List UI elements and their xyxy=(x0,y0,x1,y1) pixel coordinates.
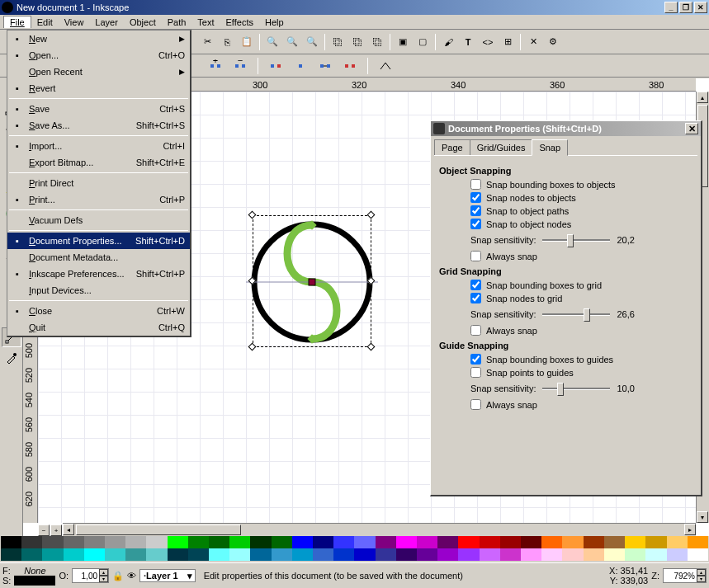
menu-item-document-metadata-[interactable]: Document Metadata... xyxy=(7,249,190,266)
zoom-input[interactable]: ▴▾ xyxy=(663,568,707,583)
color-swatch[interactable] xyxy=(417,548,437,561)
tab-grid-guides[interactable]: Grid/Guides xyxy=(470,139,533,155)
checkbox-snap-to-object-paths[interactable]: Snap to object paths xyxy=(470,205,692,216)
node-cusp-icon[interactable] xyxy=(376,57,395,75)
color-swatch[interactable] xyxy=(42,536,63,548)
color-swatch[interactable] xyxy=(64,548,84,561)
menu-layer[interactable]: Layer xyxy=(89,16,124,28)
color-swatch[interactable] xyxy=(645,536,666,548)
color-swatch[interactable] xyxy=(292,548,313,561)
visibility-icon[interactable]: 👁 xyxy=(127,571,136,581)
checkbox-always-snap[interactable]: Always snap xyxy=(470,399,692,410)
tab-snap[interactable]: Snap xyxy=(532,139,568,156)
color-swatch[interactable] xyxy=(625,536,645,548)
snap-sensitivity-slider[interactable] xyxy=(542,233,610,247)
dropper-tool[interactable] xyxy=(2,348,21,368)
maximize-button[interactable]: ❐ xyxy=(679,2,692,13)
menu-help[interactable]: Help xyxy=(259,16,290,28)
checkbox-always-snap[interactable]: Always snap xyxy=(470,325,692,336)
color-swatch[interactable] xyxy=(354,548,375,561)
color-swatch[interactable] xyxy=(396,536,417,548)
color-swatch[interactable] xyxy=(146,536,167,548)
color-swatch[interactable] xyxy=(354,536,375,548)
scrollbar-horizontal[interactable]: ◂ ▸ xyxy=(63,523,696,536)
opacity-input[interactable]: ▴▾ xyxy=(72,568,109,583)
ungroup-icon[interactable]: ▢ xyxy=(414,33,432,51)
close-button[interactable]: ✕ xyxy=(694,2,707,13)
menu-object[interactable]: Object xyxy=(124,16,162,28)
menu-item-quit[interactable]: QuitCtrl+Q xyxy=(7,319,190,336)
color-palette[interactable] xyxy=(1,536,708,562)
color-swatch[interactable] xyxy=(376,548,396,561)
zoom-in-icon[interactable]: 🔍 xyxy=(263,33,281,51)
color-swatch[interactable] xyxy=(541,548,562,561)
color-swatch[interactable] xyxy=(125,548,146,561)
node-break-icon[interactable] xyxy=(267,57,285,75)
color-swatch[interactable] xyxy=(209,536,229,548)
zoom-in-button[interactable]: + xyxy=(50,524,62,536)
menu-item-print-direct[interactable]: Print Direct xyxy=(7,175,190,191)
color-swatch[interactable] xyxy=(272,548,292,561)
node-add-icon[interactable]: + xyxy=(206,57,225,75)
menu-item-vacuum-defs[interactable]: Vacuum Defs xyxy=(7,212,190,228)
checkbox-snap-to-object-nodes[interactable]: Snap to object nodes xyxy=(470,219,692,229)
color-swatch[interactable] xyxy=(562,536,583,548)
color-swatch[interactable] xyxy=(1,536,21,548)
color-swatch[interactable] xyxy=(84,548,105,561)
color-swatch[interactable] xyxy=(333,536,354,548)
color-swatch[interactable] xyxy=(313,548,333,561)
menu-item-new[interactable]: ▪New▶ xyxy=(7,31,190,47)
menu-item-document-properties-[interactable]: ▪Document Properties...Shift+Ctrl+D xyxy=(7,233,190,249)
zoom-page-icon[interactable]: 🔍 xyxy=(283,33,301,51)
stroke-swatch[interactable] xyxy=(14,576,55,586)
color-swatch[interactable] xyxy=(688,548,708,561)
unlink-icon[interactable]: ⿻ xyxy=(368,33,386,51)
preferences-icon[interactable]: ✕ xyxy=(524,33,542,51)
color-swatch[interactable] xyxy=(688,536,708,548)
color-swatch[interactable] xyxy=(229,548,250,561)
zoom-out-button[interactable]: − xyxy=(38,524,50,536)
menu-view[interactable]: View xyxy=(59,16,90,28)
color-swatch[interactable] xyxy=(584,536,604,548)
color-swatch[interactable] xyxy=(604,536,625,548)
dialog-titlebar[interactable]: Document Properties (Shift+Ctrl+D) ✕ xyxy=(431,121,701,136)
menu-edit[interactable]: Edit xyxy=(31,16,59,28)
node-join-seg-icon[interactable] xyxy=(316,57,334,75)
doc-properties-icon[interactable]: ⚙ xyxy=(544,33,562,51)
menu-item-input-devices-[interactable]: Input Devices... xyxy=(7,282,190,299)
menu-item-print-[interactable]: ▪Print...Ctrl+P xyxy=(7,191,190,208)
fill-value[interactable]: None xyxy=(14,566,55,576)
menu-text[interactable]: Text xyxy=(191,16,220,28)
color-swatch[interactable] xyxy=(168,536,188,548)
color-swatch[interactable] xyxy=(437,548,458,561)
color-swatch[interactable] xyxy=(21,536,42,548)
color-swatch[interactable] xyxy=(42,548,63,561)
snap-sensitivity-slider[interactable] xyxy=(542,381,610,396)
node-delete-icon[interactable]: − xyxy=(231,57,249,75)
color-swatch[interactable] xyxy=(250,536,271,548)
color-swatch[interactable] xyxy=(584,548,604,561)
text-dialog-icon[interactable]: T xyxy=(459,33,477,51)
node-delete-seg-icon[interactable] xyxy=(341,57,359,75)
menu-file[interactable]: File xyxy=(3,16,31,28)
color-swatch[interactable] xyxy=(480,536,500,548)
color-swatch[interactable] xyxy=(500,536,521,548)
zoom-fit-icon[interactable]: 🔍 xyxy=(303,33,321,51)
color-swatch[interactable] xyxy=(604,548,625,561)
menu-item-export-bitmap-[interactable]: Export Bitmap...Shift+Ctrl+E xyxy=(7,154,190,171)
color-swatch[interactable] xyxy=(64,536,84,548)
checkbox-always-snap[interactable]: Always snap xyxy=(470,251,692,261)
color-swatch[interactable] xyxy=(188,536,209,548)
checkbox-snap-bounding-boxes-to-objects[interactable]: Snap bounding boxes to objects xyxy=(470,179,692,190)
color-swatch[interactable] xyxy=(229,536,250,548)
menu-item-inkscape-preferences-[interactable]: ▪Inkscape Preferences...Shift+Ctrl+P xyxy=(7,266,190,282)
checkbox-snap-bounding-boxes-to-guides[interactable]: Snap bounding boxes to guides xyxy=(470,354,692,365)
layer-selector[interactable]: ·Layer 1▾ xyxy=(139,569,196,582)
tab-page[interactable]: Page xyxy=(434,139,470,155)
color-swatch[interactable] xyxy=(417,536,437,548)
checkbox-snap-points-to-guides[interactable]: Snap points to guides xyxy=(470,367,692,378)
copy-icon[interactable]: ⎘ xyxy=(218,33,236,51)
color-swatch[interactable] xyxy=(168,548,188,561)
snap-sensitivity-slider[interactable] xyxy=(542,307,610,322)
color-swatch[interactable] xyxy=(376,536,396,548)
